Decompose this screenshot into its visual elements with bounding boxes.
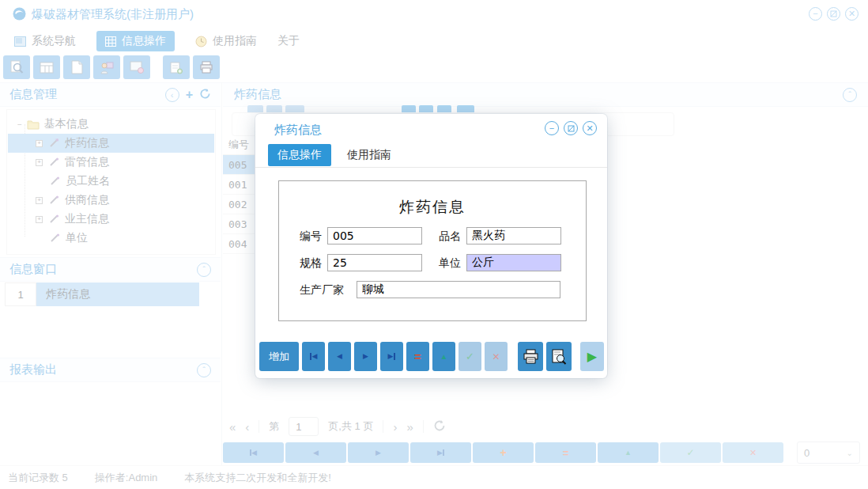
- dialog-tabbar: 信息操作 使用指南: [255, 143, 607, 168]
- run-button[interactable]: ▶: [580, 342, 604, 371]
- cancel-record-button[interactable]: ✕: [485, 342, 508, 371]
- print-preview-button[interactable]: [546, 342, 572, 371]
- delete-record-button[interactable]: =: [406, 342, 429, 371]
- printer-icon: [523, 349, 539, 364]
- next-record-button[interactable]: ▶: [354, 342, 377, 371]
- spec-input[interactable]: [327, 254, 422, 271]
- dialog-restore-icon[interactable]: [564, 121, 578, 135]
- form-heading: 炸药信息: [279, 197, 586, 218]
- field-label-unit: 单位: [439, 256, 461, 271]
- preview-icon: [551, 349, 567, 365]
- dialog-footer: 增加 ◀ ◀ ▶ ▶ = ▲ ✓ ✕ ▶: [259, 342, 604, 371]
- field-label-spec: 规格: [300, 256, 322, 271]
- dialog-close-icon[interactable]: ✕: [583, 121, 597, 135]
- tab-info-ops[interactable]: 信息操作: [268, 144, 331, 166]
- print-button[interactable]: [518, 342, 543, 371]
- explosive-info-dialog: 炸药信息 − ✕ 信息操作 使用指南 炸药信息 编号 品名 规格 单位 生产厂家…: [255, 114, 607, 378]
- field-label-code: 编号: [300, 229, 322, 244]
- code-input[interactable]: [327, 227, 422, 244]
- dialog-title: 炸药信息: [274, 123, 322, 138]
- tab-guide[interactable]: 使用指南: [338, 144, 401, 166]
- field-label-manufacturer: 生产厂家: [300, 283, 344, 298]
- first-record-button[interactable]: ◀: [302, 342, 325, 371]
- dialog-minimize-icon[interactable]: −: [545, 121, 559, 135]
- field-label-name: 品名: [439, 229, 461, 244]
- unit-input[interactable]: [466, 254, 561, 271]
- add-button[interactable]: 增加: [259, 342, 299, 371]
- edit-record-button[interactable]: ▲: [432, 342, 455, 371]
- name-input[interactable]: [466, 227, 561, 244]
- prev-record-button[interactable]: ◀: [328, 342, 351, 371]
- manufacturer-input[interactable]: [357, 281, 560, 298]
- explosive-form: 炸药信息 编号 品名 规格 单位 生产厂家: [278, 180, 587, 321]
- post-record-button[interactable]: ✓: [459, 342, 481, 371]
- last-record-button[interactable]: ▶: [380, 342, 403, 371]
